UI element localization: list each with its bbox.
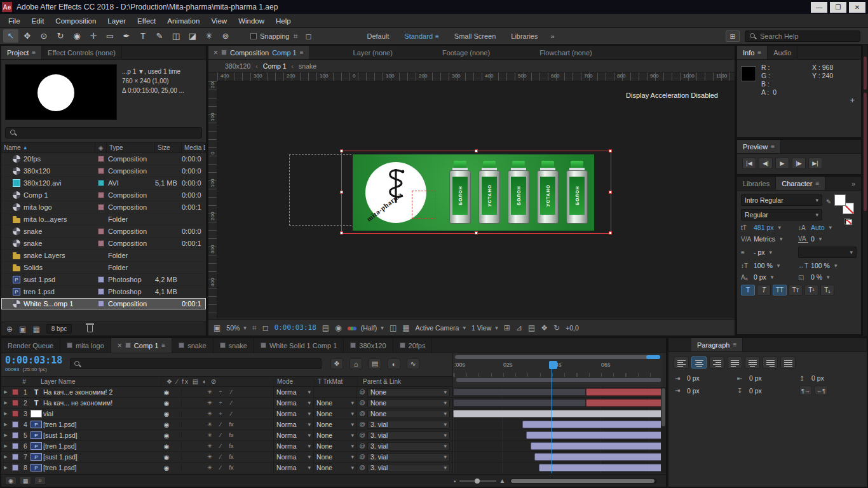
project-item[interactable]: Ptren 1.psdPhotoshop4,1 MB — [1, 286, 206, 298]
project-item[interactable]: SolidsFolder — [1, 262, 206, 274]
space-after-field[interactable]: ↧0 px — [737, 386, 794, 395]
layer-bar-row[interactable] — [453, 398, 662, 409]
view-layout-dropdown[interactable]: 1 View ▾ — [471, 324, 498, 332]
layer-label-chip[interactable] — [12, 464, 18, 471]
breadcrumb-item[interactable]: snake — [299, 62, 316, 70]
layer-row[interactable]: ▶6P[tren 1.psd]◉✳∕fxNorma▾None▾@3. vial▾ — [1, 441, 452, 452]
minimize-button[interactable]: — — [811, 2, 827, 13]
project-item[interactable]: 380x120Composition0:00:0 — [1, 165, 206, 177]
close-button[interactable]: ✕ — [849, 2, 865, 13]
label-color-chip[interactable] — [95, 276, 107, 283]
layer-bar-row[interactable] — [453, 387, 662, 398]
column-name[interactable]: Name ▲ — [1, 143, 95, 152]
project-search-input[interactable] — [20, 128, 198, 138]
tab-preview[interactable]: Preview ≡ — [737, 140, 781, 153]
transparency-grid-icon[interactable]: ▦ — [402, 323, 409, 332]
column-switches[interactable]: ❖ ∕ fx ▤ ◐ ⊘ — [161, 378, 273, 385]
mask-visibility-icon[interactable]: ◻ — [262, 323, 269, 332]
label-color-chip[interactable] — [95, 240, 107, 247]
stroke-width-field[interactable]: ≡ - px ▾ — [741, 248, 796, 256]
selection-handle[interactable] — [609, 149, 612, 152]
snap-option-icon-1[interactable]: ⌗ — [290, 32, 302, 41]
snap-option-icon-2[interactable]: ◻ — [302, 32, 315, 41]
eye-icon[interactable]: ◉ — [161, 443, 172, 450]
label-color-chip[interactable] — [95, 156, 107, 162]
tab-info[interactable]: Info ≡ — [737, 46, 768, 59]
checkbox-icon[interactable] — [250, 33, 257, 39]
stroke-style-dropdown[interactable]: ▾ — [798, 247, 857, 258]
switch-icon[interactable]: ∕ — [215, 443, 226, 449]
tab-effect-controls[interactable]: Effect Controls (none) — [42, 46, 122, 59]
paragraph-direction-ltr-button[interactable]: ¶→ — [799, 386, 812, 395]
menu-animation[interactable]: Animation — [161, 17, 205, 25]
time-navigator[interactable] — [455, 355, 660, 359]
zoom-slider-knob[interactable] — [475, 478, 480, 484]
column-media-duration[interactable]: Media Durat — [182, 143, 206, 152]
layer-row[interactable]: ▶3vial◉✳÷∕Norma▾None▾@None▾ — [1, 409, 452, 419]
trkmat-dropdown[interactable]: None▾ — [314, 409, 357, 419]
timeline-tab-render-queue-0[interactable]: Render Queue — [1, 338, 60, 353]
play-button[interactable]: ▶ — [775, 158, 789, 169]
workspace-overflow-icon[interactable]: » — [545, 32, 559, 40]
color-depth-button[interactable]: 8 bpc — [46, 324, 72, 334]
workspace-default[interactable]: Default — [360, 32, 397, 40]
layer-selection-outline[interactable] — [341, 151, 611, 234]
tab-audio[interactable]: Audio — [768, 46, 797, 59]
timeline-tab-mita-logo-1[interactable]: mita logo — [60, 338, 111, 353]
switch-icon[interactable]: ✳ — [205, 443, 215, 449]
trkmat-dropdown[interactable]: None▾ — [314, 441, 357, 451]
resolution-dropdown[interactable]: (Half) ▾ — [361, 324, 384, 332]
menu-edit[interactable]: Edit — [26, 17, 50, 25]
layer-duration-bar[interactable] — [522, 421, 662, 428]
switch-icon[interactable]: ✳ — [205, 454, 215, 460]
paragraph-direction-rtl-button[interactable]: ←¶ — [815, 386, 827, 395]
layer-bar-row[interactable] — [453, 463, 662, 473]
parent-dropdown[interactable]: 3. vial▾ — [367, 464, 450, 472]
panel-overflow-icon[interactable]: » — [846, 177, 861, 190]
snapshot-icon[interactable]: ▤ — [322, 323, 329, 332]
kerning-field[interactable]: V/A Metrics ▾ — [741, 235, 796, 243]
column-label-color[interactable]: ◈ — [95, 143, 107, 152]
superscript-button[interactable]: T¹ — [804, 285, 818, 295]
switch-icon[interactable]: fx — [226, 443, 236, 449]
eye-icon[interactable]: ◉ — [161, 421, 172, 428]
horizontal-scale-field[interactable]: ↔T 100 % ▾ — [798, 262, 853, 269]
selection-handle[interactable] — [475, 149, 478, 152]
pickwhip-icon[interactable]: @ — [357, 443, 367, 449]
align-left-button[interactable] — [674, 356, 689, 369]
justify-last-left-button[interactable] — [727, 356, 742, 369]
flowchart-button-icon[interactable]: ❖ — [541, 323, 548, 332]
layer-duration-bar[interactable] — [453, 399, 586, 407]
time-navigator-end[interactable] — [646, 355, 660, 359]
timeline-tab-20fps-7[interactable]: 20fps — [393, 338, 433, 353]
item-info-name[interactable]: ...p 1 ▼, used 1 time — [122, 67, 184, 76]
close-icon[interactable]: × — [214, 48, 218, 57]
tool-eraser[interactable]: ◪ — [185, 29, 200, 43]
snapping-checkbox[interactable]: Snapping — [250, 32, 290, 40]
blend-mode-dropdown[interactable]: Norma▾ — [273, 452, 314, 462]
workspace-libraries[interactable]: Libraries — [503, 32, 545, 40]
all-caps-button[interactable]: TT — [773, 285, 787, 295]
pickwhip-icon[interactable]: @ — [357, 400, 367, 406]
trkmat-dropdown[interactable]: None▾ — [314, 419, 357, 430]
expand-arrow-icon[interactable]: ▶ — [1, 390, 10, 395]
expand-arrow-icon[interactable]: ▶ — [1, 433, 10, 438]
new-composition-icon[interactable]: ▦ — [32, 325, 39, 334]
timeline-tab-comp-1-2[interactable]: ×Comp 1≡ — [111, 338, 172, 353]
subscript-button[interactable]: T₁ — [820, 285, 834, 295]
project-item[interactable]: 380x120.aviAVI5,1 MB0:00:0 — [1, 177, 206, 189]
panel-menu-icon[interactable]: ≡ — [300, 49, 304, 56]
switch-icon[interactable]: fx — [226, 432, 236, 438]
layer-label-chip[interactable] — [12, 400, 18, 406]
reset-exposure-icon[interactable]: ↻ — [553, 323, 560, 332]
switch-icon[interactable]: ∕ — [215, 421, 226, 428]
project-item[interactable]: mita lo...ayersFolder — [1, 214, 206, 226]
show-snapshot-icon[interactable]: ◉ — [335, 323, 341, 332]
blend-mode-dropdown[interactable]: Norma▾ — [273, 387, 314, 397]
menu-window[interactable]: Window — [233, 17, 270, 25]
hide-shy-layers-icon[interactable]: ⌂ — [349, 358, 362, 369]
next-frame-button[interactable]: |▶ — [792, 158, 806, 169]
blend-mode-dropdown[interactable]: Norma▾ — [273, 398, 314, 408]
camera-dropdown[interactable]: Active Camera ▾ — [416, 324, 466, 332]
tool-rectangle[interactable]: ▭ — [102, 29, 118, 43]
